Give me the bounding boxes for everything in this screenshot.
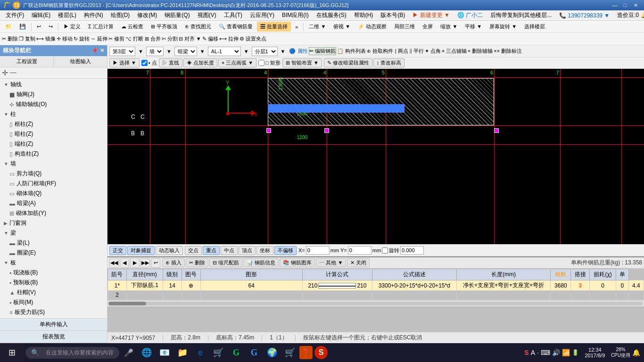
app-g2[interactable]: G [246, 344, 263, 361]
tb-pan[interactable]: 平移 ▼ [462, 22, 485, 32]
midpoint-btn[interactable]: 中点 [221, 246, 238, 255]
sogou-taskbar-icon[interactable]: S [314, 346, 328, 359]
three-point-arc-btn[interactable]: ⌖ 三点画弧 ▼ [218, 58, 256, 67]
tb-batch-select[interactable]: ☰ 批量选择 [257, 22, 291, 32]
floor-select[interactable]: 第3层 [109, 47, 135, 56]
tb-pick-component[interactable]: ⊕ 拾取构件 [367, 48, 393, 55]
tb-fullscreen[interactable]: 全屏 [419, 22, 436, 32]
tb-grip[interactable]: ⚙ 设置夹点 [239, 35, 266, 42]
x-input[interactable] [306, 246, 330, 255]
tree-slab-rebar[interactable]: ≡ 板受力筋(S) [0, 307, 107, 317]
tb-delete[interactable]: ✂ 删除 [2, 35, 18, 42]
sidebar-close-icon[interactable]: ✕ [100, 48, 104, 54]
menu-file[interactable]: 文件(F) [2, 10, 28, 20]
handle-3[interactable] [494, 128, 499, 133]
tb-trim[interactable]: ✂ 修剪 [108, 35, 124, 42]
rotate-checkbox[interactable] [382, 247, 388, 254]
menu-view[interactable]: 视图(V) [194, 10, 220, 20]
table-row[interactable]: 1* 下部纵筋.1 14 ⊕ 64 210 [108, 280, 644, 291]
tb-find-element[interactable]: ⊕ 查找图元 [182, 22, 215, 32]
app-email[interactable]: 📧 [156, 344, 173, 361]
tb-define[interactable]: ▶ 定义 [60, 22, 84, 32]
tree-masonry-wall[interactable]: ▭ 砌体墙(Q) [0, 189, 107, 198]
beam-type-select[interactable]: 暗梁 [174, 47, 197, 56]
no-move-btn[interactable]: 不偏移 [274, 246, 297, 255]
tb-merge[interactable]: ⊞ 合并 [145, 35, 161, 42]
nav-back[interactable]: ↩ [151, 258, 160, 268]
nav-first[interactable]: ◀◀ [109, 258, 119, 268]
rb-scale[interactable]: ⊟ 缩尺配筋 [209, 258, 242, 267]
tb-calculate[interactable]: Σ 汇总计算 [85, 22, 117, 32]
tree-frame-col[interactable]: ▯ 框柱(Z) [0, 119, 107, 129]
app-shop[interactable]: 🛒 [281, 344, 298, 361]
rb-close[interactable]: ✕ 关闭 [347, 258, 370, 267]
tray-keyboard-icon[interactable]: ⌨ [541, 349, 550, 356]
tb-two-point[interactable]: | 两点 [395, 48, 408, 55]
tb-redo[interactable]: ↪ [45, 22, 56, 31]
rb-info[interactable]: 📊 钢筋信息 [243, 258, 279, 267]
menu-new-change[interactable]: ▶ 新建变更 ▼ [409, 10, 454, 20]
tree-struct-col[interactable]: ▯ 构造柱(Z) [0, 149, 107, 159]
rotate-input[interactable] [400, 246, 424, 255]
wall-select[interactable]: 墙 [146, 47, 164, 56]
table-row[interactable]: 2 [108, 291, 644, 300]
modify-height-btn[interactable]: ↕ 查改标高 [373, 58, 405, 67]
modify-beam-btn[interactable]: ✎ 修改暗梁段属性 [324, 58, 372, 67]
tree-hidden-col[interactable]: ▯ 暗柱(Z) [0, 129, 107, 139]
sidebar-project-settings[interactable]: 工程设置 [0, 56, 54, 67]
dynamic-input-btn[interactable]: 动态输入 [156, 246, 183, 255]
smart-layout-btn[interactable]: ⊞ 智能布置 ▼ [282, 58, 322, 67]
tb-offset[interactable]: ✎ 偏移 [202, 35, 218, 42]
nav-next[interactable]: ▶ [130, 258, 140, 268]
tree-precast-slab[interactable]: ▪ 预制板(B) [0, 278, 107, 288]
tree-column-group[interactable]: ▼ 柱 [0, 109, 107, 119]
point-check-label[interactable]: ▪ 点 [141, 59, 157, 66]
maximize-btn[interactable]: □ [620, 1, 630, 9]
tree-shear-wall[interactable]: ▭ 剪力墙(Q) [0, 169, 107, 179]
object-snap-btn[interactable]: 对象捕捉 [127, 246, 155, 255]
tree-end-col[interactable]: ▯ 端柱(Z) [0, 139, 107, 149]
menu-bim[interactable]: BIM应用(I) [278, 10, 313, 20]
tree-cast-slab[interactable]: ▪ 现浇板(B) [0, 268, 107, 278]
tree-slab-zone[interactable]: ▪ 板间(M) [0, 297, 107, 307]
tb-delete-axis[interactable]: × 删除辅轴 [468, 48, 493, 55]
app-browser[interactable]: 🌐 [138, 344, 155, 361]
close-btn[interactable]: ✕ [631, 1, 640, 9]
tree-axis-group[interactable]: ▼ 轴线 [0, 80, 107, 90]
tb-local-3d[interactable]: 局部三维 [391, 22, 418, 32]
tb-rotate[interactable]: 屏幕旋转 ▼ [486, 22, 520, 32]
tb-select-floor[interactable]: 选择楼层 [521, 22, 548, 32]
coordinate-btn[interactable]: 坐标 [256, 246, 273, 255]
tb-move[interactable]: ✛ 移动 [57, 35, 73, 42]
tree-col-cap[interactable]: ▲ 柱帽(V) [0, 288, 107, 297]
menu-guangxiao[interactable]: 🌐 广小二 [454, 10, 487, 20]
app-question[interactable]: ❓ [299, 346, 313, 359]
tree-hidden-beam[interactable]: ▬ 暗梁(A) [0, 198, 107, 208]
sidebar-pin-icon[interactable]: 📌 [91, 48, 98, 54]
tb-2d[interactable]: 二维 ▼ [305, 22, 329, 32]
tb-component-list[interactable]: 📋 构件列表 [337, 48, 366, 55]
midpoint-snap-btn[interactable]: 重点 [203, 246, 220, 255]
tb-properties[interactable]: 🔵 属性 [289, 48, 307, 55]
menu-copy-floor[interactable]: 后悔带复制到其他楼层... [487, 10, 555, 20]
sidebar-drawing-input[interactable]: 绘图输入 [54, 56, 107, 67]
cpu-usage[interactable]: 28% CPU使用 [611, 347, 630, 359]
layer-select[interactable]: 分层1 [252, 47, 278, 56]
menu-floor[interactable]: 楼层(L) [54, 10, 80, 20]
tb-break[interactable]: ⌥ 打断 [125, 35, 143, 42]
sidebar-remove-icon[interactable]: — [10, 68, 17, 77]
menu-draw[interactable]: 绘图(D) [107, 10, 134, 20]
handle-1[interactable] [266, 128, 271, 133]
rb-library[interactable]: 📚 钢筋图库 [280, 258, 315, 267]
tree-beam-group[interactable]: ▼ 梁 [0, 228, 107, 238]
app-world[interactable]: 🌍 [264, 344, 281, 361]
sidebar-report-preview[interactable]: 报表预览 [0, 331, 107, 343]
tb-edit-rebar[interactable]: ✏ 编辑钢筋 [309, 47, 336, 55]
tree-slab-group[interactable]: ▼ 板 [0, 258, 107, 268]
tb-undo[interactable]: ↩ [33, 22, 44, 31]
tray-network-icon[interactable]: 📶 [562, 349, 570, 356]
tree-airdefense-wall[interactable]: ▭ 人防门框墙(RF) [0, 179, 107, 189]
rect-check-label[interactable]: □ 矩形 [258, 59, 281, 66]
tb-align[interactable]: ⊟ 对齐 ▼ [179, 35, 201, 42]
app-store[interactable]: 🛒 [210, 344, 227, 361]
